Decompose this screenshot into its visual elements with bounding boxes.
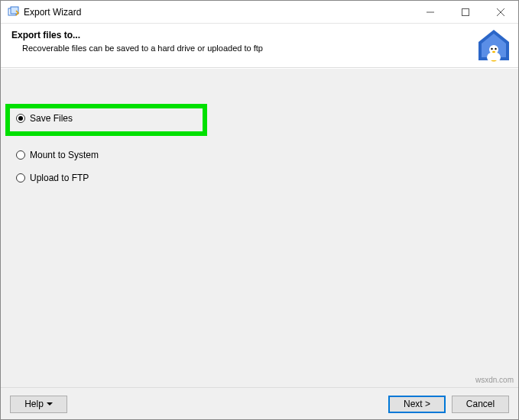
next-button[interactable]: Next >	[388, 396, 446, 413]
radio-mount-to-system-label: Mount to System	[30, 150, 99, 160]
wizard-header: Export files to... Recoverable files can…	[1, 24, 518, 68]
cancel-button[interactable]: Cancel	[452, 396, 509, 413]
wizard-logo-icon	[474, 27, 514, 66]
wizard-footer: Help Next > Cancel	[1, 387, 518, 420]
svg-rect-1	[11, 7, 18, 14]
wizard-content: Save Files Mount to System Upload to FTP…	[1, 68, 518, 387]
cancel-button-label: Cancel	[466, 399, 495, 409]
watermark-text: wsxdn.com	[475, 376, 514, 384]
radio-mount-to-system[interactable]: Mount to System	[16, 150, 99, 160]
titlebar: Export Wizard	[1, 1, 518, 24]
next-button-label: Next >	[404, 399, 430, 409]
window-title: Export Wizard	[24, 7, 81, 18]
radio-save-files[interactable]: Save Files	[16, 113, 73, 124]
wizard-subtitle: Recoverable files can be saved to a hard…	[22, 44, 508, 53]
svg-point-11	[495, 48, 496, 50]
help-button[interactable]: Help	[10, 396, 67, 413]
radio-button-icon	[16, 173, 25, 183]
radio-upload-to-ftp-label: Upload to FTP	[30, 173, 89, 183]
maximize-button[interactable]	[448, 1, 483, 24]
wizard-title: Export files to...	[11, 30, 508, 40]
close-button[interactable]	[483, 1, 518, 24]
radio-save-files-label: Save Files	[30, 113, 73, 124]
svg-rect-3	[462, 8, 469, 15]
radio-button-icon	[16, 114, 25, 123]
svg-point-10	[491, 48, 492, 50]
app-icon	[7, 6, 19, 18]
chevron-down-icon	[47, 402, 53, 405]
radio-button-icon	[16, 150, 25, 160]
radio-upload-to-ftp[interactable]: Upload to FTP	[16, 173, 89, 183]
svg-point-12	[492, 51, 495, 53]
help-button-label: Help	[24, 399, 44, 409]
minimize-button[interactable]	[413, 1, 448, 24]
